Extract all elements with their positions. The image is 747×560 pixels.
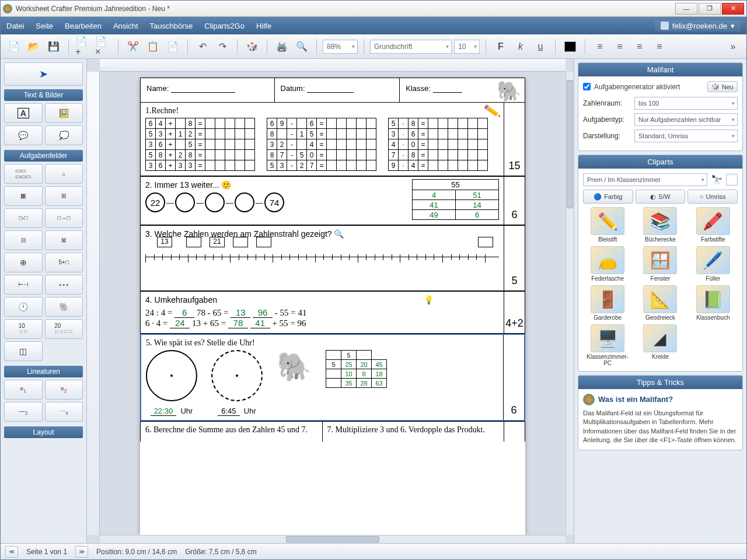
binoculars-icon[interactable]: 🔭 — [711, 174, 722, 186]
dice-button[interactable]: 🎲 — [243, 38, 261, 55]
lineatur3-tool[interactable]: —3 — [4, 402, 43, 422]
menu-datei[interactable]: Datei — [6, 22, 24, 30]
scrollbar-horizontal[interactable] — [100, 535, 566, 543]
page-next-button[interactable]: ≫ — [75, 546, 88, 558]
fontsize-select[interactable]: 10 — [454, 40, 480, 54]
save-button[interactable]: 💾 — [45, 38, 62, 55]
user-box[interactable]: felix@roeken.de ▾ — [655, 20, 741, 32]
clipart-category-select[interactable]: Prem / Im Klassenzimmer — [583, 173, 707, 186]
clipart-item[interactable]: 📚Bücherecke — [636, 207, 685, 243]
malifant-field-tool[interactable]: 🐘 — [45, 297, 83, 317]
maximize-button[interactable]: ❐ — [699, 3, 721, 15]
clipart-item[interactable]: ✏️Bleistift — [583, 207, 632, 243]
outline-icon: ○ — [700, 193, 704, 200]
chain2-tool[interactable]: □→□ — [45, 208, 83, 228]
lineatur2-tool[interactable]: ≡2 — [45, 380, 83, 400]
chain-tool[interactable]: □-□ — [4, 208, 43, 228]
thought-bubble-tool[interactable]: 💭 — [45, 125, 83, 145]
clipart-item[interactable]: 🚪Garderobe — [583, 285, 632, 321]
new-button[interactable]: 📄 — [5, 38, 23, 55]
zoom-select[interactable]: 88% — [323, 40, 358, 54]
bold-button[interactable]: F — [492, 38, 509, 55]
clipart-item[interactable]: 🖍️Farbstifte — [689, 207, 738, 243]
speech-bubble-tool[interactable]: 💬 — [4, 125, 43, 145]
align-left-button[interactable]: ≡ — [591, 38, 609, 55]
position-indicator: Position: 9,0 cm / 14,6 cm — [96, 548, 177, 556]
generator-checkbox[interactable] — [583, 83, 591, 90]
zahlenraum-select[interactable]: bis 100 — [634, 97, 738, 110]
align-justify-button[interactable]: ≡ — [651, 38, 668, 55]
lineatur1-tool[interactable]: ≡1 — [4, 380, 43, 400]
scrollbar-vertical[interactable] — [566, 72, 574, 535]
menu-seite[interactable]: Seite — [36, 22, 53, 30]
bulb-icon: 💡 — [424, 295, 434, 304]
page-prev-button[interactable]: ≪ — [5, 546, 18, 558]
dots10-tool[interactable]: 10⁙⁙ — [4, 319, 43, 339]
open-button[interactable]: 📂 — [25, 38, 43, 55]
compass-tool[interactable]: ⊕ — [4, 253, 43, 272]
paste-button[interactable]: 📄 — [164, 38, 181, 55]
umriss-button[interactable]: ○Umriss — [687, 190, 738, 204]
neu-button[interactable]: 🎲Neu — [707, 81, 738, 92]
clipart-item[interactable]: 🖊️Füller — [689, 246, 738, 282]
shapes-tool[interactable]: ◫ — [4, 341, 43, 361]
grid-tool[interactable]: ▦ — [4, 186, 43, 206]
tips-heading: Tipps & Tricks — [578, 376, 742, 389]
field-tool[interactable]: ⊞ — [45, 186, 83, 206]
tip-text: Das Malifant-Feld ist ein Übungsformat f… — [583, 409, 738, 445]
close-button[interactable]: ✕ — [722, 3, 744, 15]
clipart-item[interactable]: ◢Kreide — [636, 324, 685, 366]
pointer-tool[interactable]: ➤ — [4, 62, 83, 86]
add-page-button[interactable]: 📄+ — [75, 38, 92, 55]
menu-cliparts2go[interactable]: Cliparts2Go — [204, 22, 245, 30]
expr-tool[interactable]: 5+□ — [45, 253, 83, 272]
aufgabentyp-select[interactable]: Nur Aufgabenzahlen sichtbar — [634, 113, 738, 126]
align-right-button[interactable]: ≡ — [631, 38, 648, 55]
mult-table: 5525204510818352863 — [326, 350, 387, 388]
image-tool[interactable]: 🖼️ — [45, 103, 83, 123]
clock-tool[interactable]: 🕐 — [4, 297, 43, 317]
split-table: 4514114496 — [412, 190, 499, 220]
darstellung-select[interactable]: Standard, Umriss — [634, 130, 738, 142]
lineatur4-tool[interactable]: ⋯4 — [45, 402, 83, 422]
cut-button[interactable]: ✂️ — [124, 38, 142, 55]
preview-button[interactable]: 🔍 — [293, 38, 310, 55]
font-select[interactable]: Grundschrift — [370, 40, 452, 54]
toolbar-overflow-button[interactable]: » — [724, 38, 742, 55]
worksheet-page[interactable]: Name: Datum: Klasse: 🐘 1.Rechne! ✏️ 64+8… — [140, 78, 525, 535]
print-button[interactable]: 🖨️ — [273, 38, 291, 55]
underline-button[interactable]: u — [532, 38, 549, 55]
bricks-tool[interactable]: ▭▭▭▭▭ — [4, 164, 43, 184]
clipart-color-box[interactable] — [726, 174, 738, 186]
beads-tool[interactable]: ∘∘∘ — [45, 275, 83, 295]
menu-tauschboerse[interactable]: Tauschbörse — [150, 22, 193, 30]
menu-ansicht[interactable]: Ansicht — [113, 22, 138, 30]
section-text-bilder: Text & Bilder — [4, 89, 83, 101]
cursor-icon: ➤ — [39, 68, 48, 80]
copy-button[interactable]: 📋 — [144, 38, 162, 55]
remove-page-button[interactable]: 📄× — [95, 38, 112, 55]
italic-button[interactable]: k — [512, 38, 529, 55]
bw-icon: ◐ — [650, 193, 656, 201]
menu-bearbeiten[interactable]: Bearbeiten — [65, 22, 102, 30]
ruler-tool[interactable]: ⊢⊣ — [4, 275, 43, 295]
house-tool[interactable]: ⌂ — [45, 164, 83, 184]
minimize-button[interactable]: — — [675, 3, 697, 15]
menu-hilfe[interactable]: Hilfe — [256, 22, 271, 30]
clipart-item[interactable]: 📗Klassenbuch — [689, 285, 738, 321]
clipart-item[interactable]: 👝Federtasche — [583, 246, 632, 282]
clipart-item[interactable]: 🖥️Klassenzimmer-PC — [583, 324, 632, 366]
clipart-item[interactable]: 📐Geodreieck — [636, 285, 685, 321]
color-button[interactable] — [561, 38, 579, 55]
dots20-tool[interactable]: 20⁙⁙⁙⁙ — [45, 319, 83, 339]
text-tool[interactable]: A — [4, 103, 43, 123]
sw-button[interactable]: ◐S/W — [636, 190, 686, 204]
tree2-tool[interactable]: ⊠ — [45, 230, 83, 250]
farbig-button[interactable]: 🔵Farbig — [583, 190, 633, 204]
clipart-item[interactable]: 🪟Fenster — [636, 246, 685, 282]
undo-button[interactable]: ↶ — [194, 38, 211, 55]
redo-button[interactable]: ↷ — [214, 38, 231, 55]
align-center-button[interactable]: ≡ — [611, 38, 629, 55]
tree-tool[interactable]: ⊟ — [4, 230, 43, 250]
cliparts-heading: Cliparts — [578, 155, 742, 169]
